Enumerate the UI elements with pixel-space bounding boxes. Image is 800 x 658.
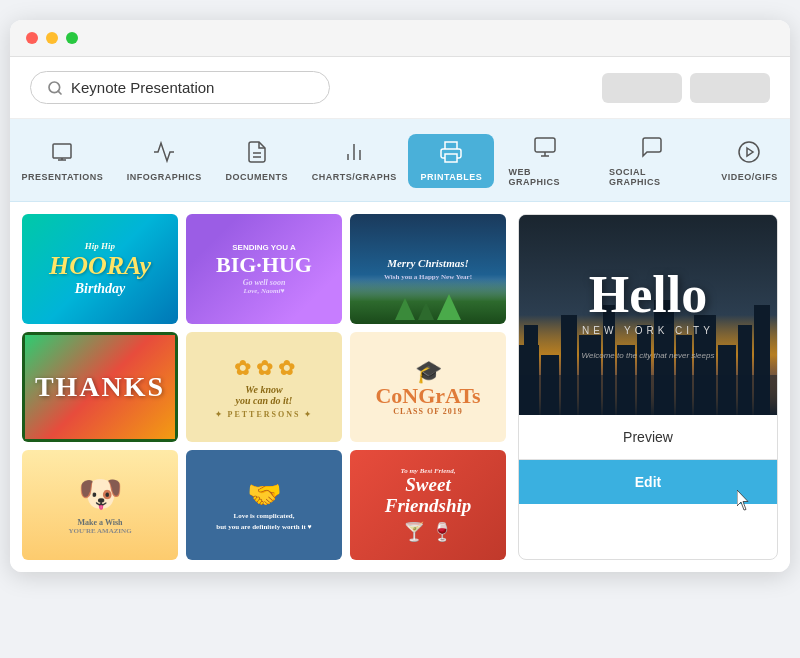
svg-rect-2 (53, 144, 71, 158)
tree-3 (437, 294, 461, 320)
svg-marker-30 (737, 490, 748, 510)
close-button[interactable] (26, 32, 38, 44)
card-weknow-flowers: ✿ ✿ ✿ (234, 356, 295, 380)
featured-description: Welcome to the city that never sleeps (582, 350, 715, 361)
search-box (30, 71, 330, 104)
edit-button-wrapper: Edit (519, 460, 777, 504)
featured-card[interactable]: Hello NEW YORK CITY Welcome to the city … (519, 215, 777, 415)
template-grid: Hip Hip HOORAy Birthday SENDING YOU A BI… (22, 214, 506, 560)
card-friendship-title: SweetFriendship (385, 475, 472, 517)
main-window: PRESENTATIONS INFOGRAPHICS DOCUMENTS CHA… (10, 20, 790, 572)
card-thanks-text: THANKS (35, 371, 165, 403)
preview-button[interactable]: Preview (519, 415, 777, 460)
featured-text: Hello NEW YORK CITY Welcome to the city … (582, 269, 715, 361)
card-makeawish-title: Make a Wish (77, 518, 122, 527)
card-bighug-top: SENDING YOU A (232, 243, 296, 252)
printables-icon (439, 140, 463, 168)
card-weknow-text: We knowyou can do it! (236, 384, 293, 406)
card-christmas-merry: Merry Christmas! (387, 257, 469, 269)
card-friendship-icons: 🍸 🍷 (403, 521, 453, 543)
searchbar-row (10, 57, 790, 119)
presentations-label: PRESENTATIONS (22, 172, 104, 182)
card-love-emoji: 🤝 (247, 478, 282, 511)
card-makeawish-sub: YOU'RE AMAZING (68, 527, 131, 535)
documents-icon (245, 140, 269, 168)
card-weknow-name: ✦ PETTERSONS ✦ (215, 410, 314, 419)
minimize-button[interactable] (46, 32, 58, 44)
svg-marker-13 (747, 148, 753, 156)
card-weknow[interactable]: ✿ ✿ ✿ We knowyou can do it! ✦ PETTERSONS… (186, 332, 342, 442)
card-congrats[interactable]: 🎓 CoNGrATs CLASS OF 2019 (350, 332, 506, 442)
right-controls (602, 73, 770, 103)
infographics-label: INFOGRAPHICS (127, 172, 202, 182)
card-congrats-year: CLASS OF 2019 (393, 407, 463, 416)
card-christmas[interactable]: Merry Christmas! Wish you a Happy New Ye… (350, 214, 506, 324)
card-love-text: Love is complicated,but you are definite… (212, 511, 315, 532)
presentations-icon (50, 140, 74, 168)
titlebar (10, 20, 790, 57)
video-icon (737, 140, 761, 168)
card-makeawish[interactable]: 🐶 Make a Wish YOU'RE AMAZING (22, 450, 178, 560)
featured-nyc: NEW YORK CITY (582, 325, 715, 336)
card-bighug-sub: Go well soon (243, 278, 286, 287)
svg-line-1 (58, 91, 61, 94)
card-friendship[interactable]: To my Best Friend, SweetFriendship 🍸 🍷 (350, 450, 506, 560)
tree-2 (418, 302, 434, 320)
card-thanks[interactable]: THANKS (22, 332, 178, 442)
category-charts[interactable]: CHARTS/GRAPHS (300, 134, 408, 188)
control-button-2[interactable] (690, 73, 770, 103)
card-love[interactable]: 🤝 Love is complicated,but you are defini… (186, 450, 342, 560)
category-presentations[interactable]: PRESENTATIONS (10, 134, 115, 188)
video-label: VIDEO/GIFS (721, 172, 778, 182)
main-content: Hip Hip HOORAy Birthday SENDING YOU A BI… (10, 202, 790, 572)
card-birthday-label: Birthday (49, 281, 151, 296)
card-birthday[interactable]: Hip Hip HOORAy Birthday (22, 214, 178, 324)
category-nav: PRESENTATIONS INFOGRAPHICS DOCUMENTS CHA… (10, 119, 790, 202)
control-button-1[interactable] (602, 73, 682, 103)
card-birthday-hooray: HOORAy (49, 252, 151, 281)
search-input[interactable] (71, 79, 313, 96)
svg-rect-29 (519, 375, 777, 415)
infographics-icon (152, 140, 176, 168)
svg-point-12 (739, 142, 759, 162)
search-icon (47, 80, 63, 96)
svg-rect-8 (445, 154, 457, 162)
card-congrats-text: CoNGrATs (375, 385, 480, 407)
social-label: SOCIAL GRAPHICS (609, 167, 695, 187)
printables-label: PRINTABLES (420, 172, 482, 182)
category-printables[interactable]: PRINTABLES (408, 134, 494, 188)
card-congrats-hat: 🎓 (415, 359, 442, 385)
category-video[interactable]: VIDEO/GIFS (709, 134, 790, 188)
card-bighug[interactable]: SENDING YOU A BIG·HUG Go well soon Love,… (186, 214, 342, 324)
web-icon (533, 135, 557, 163)
maximize-button[interactable] (66, 32, 78, 44)
category-social[interactable]: SOCIAL GRAPHICS (595, 129, 709, 193)
web-label: WEB GRAPHICS (508, 167, 580, 187)
cursor-icon (737, 490, 755, 512)
svg-rect-9 (535, 138, 555, 152)
card-makeawish-dog: 🐶 (78, 476, 123, 512)
category-documents[interactable]: DOCUMENTS (213, 134, 300, 188)
charts-label: CHARTS/GRAPHS (312, 172, 397, 182)
social-icon (640, 135, 664, 163)
featured-section: Hello NEW YORK CITY Welcome to the city … (518, 214, 778, 560)
charts-icon (342, 140, 366, 168)
category-web[interactable]: WEB GRAPHICS (494, 129, 594, 193)
card-bighug-sig: Love, Naomi♥ (243, 287, 284, 295)
category-infographics[interactable]: INFOGRAPHICS (115, 134, 214, 188)
tree-1 (395, 298, 415, 320)
featured-actions: Preview Edit (519, 415, 777, 504)
card-bighug-text: BIG·HUG (216, 252, 312, 278)
documents-label: DOCUMENTS (226, 172, 289, 182)
featured-hello: Hello (582, 269, 715, 321)
